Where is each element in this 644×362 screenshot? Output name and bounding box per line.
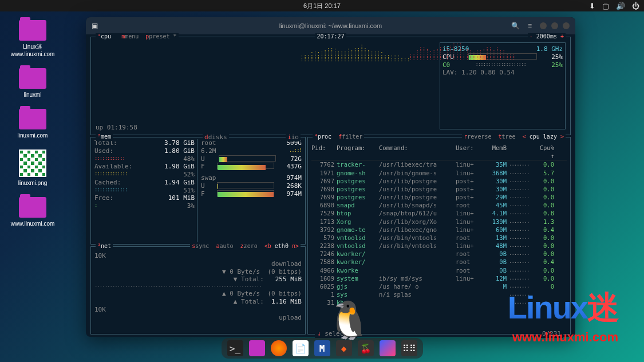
- proc-row[interactable]: 7699postgres/usr/lib/postgrepost+29M....…: [311, 193, 567, 201]
- proc-row[interactable]: 7697postgres/usr/lib/postgrepost+30M....…: [311, 177, 567, 185]
- proc-row[interactable]: 1713Xorg/usr/lib/xorg/Xolinu+139M.......…: [311, 218, 567, 226]
- cpu-box: ¹cpu mmenu ppreset * 20:17:27 - 2000ms +…: [90, 37, 571, 135]
- desktop-folder[interactable]: linuxmi.com: [7, 109, 58, 139]
- sort-right[interactable]: >: [560, 133, 564, 140]
- net-box: ³net ssync aauto zzero <b eth0 n> 10K do…: [90, 246, 306, 335]
- desktop-folder[interactable]: www.linuxmi.com: [7, 197, 58, 227]
- firefox-icon[interactable]: [271, 340, 287, 356]
- window-min-icon[interactable]: [540, 22, 547, 29]
- terminal-titlebar[interactable]: ▣ linuxmi@linuxmi: ~/www.linuxmi.com 🔍 ≡: [86, 17, 575, 34]
- proc-row[interactable]: 579vmtoolsd/usr/bin/vmtoolsroot13M......…: [311, 234, 567, 242]
- menu-icon[interactable]: ≡: [528, 22, 532, 30]
- terminal-title: linuxmi@linuxmi: ~/www.linuxmi.com: [279, 22, 382, 29]
- proc-row[interactable]: 1609system ib/sy md/syslinu+12M........0…: [311, 274, 567, 282]
- desktop-file-qr[interactable]: linuxmi.png: [7, 149, 58, 187]
- metasploit-icon[interactable]: M: [314, 340, 330, 356]
- terminal-window[interactable]: ▣ linuxmi@linuxmi: ~/www.linuxmi.com 🔍 ≡…: [86, 17, 575, 337]
- watermark: Linux迷 www.linuxmi.com: [508, 286, 618, 345]
- window-close-icon[interactable]: [563, 22, 570, 29]
- cherrytree-icon[interactable]: 🍒: [358, 340, 374, 356]
- gnome-topbar[interactable]: 6月1日 20:17 ⬇ ▢ 🔊 ⏻: [0, 0, 644, 11]
- proc-row[interactable]: 1971gnome-sh/usr/bin/gnome-slinu+368M...…: [311, 169, 567, 177]
- proc-row[interactable]: 7246kworker/root0B........0.0: [311, 250, 567, 258]
- proc-row[interactable]: 7762tracker-/usr/libexec/tralinu+35M....…: [311, 160, 567, 168]
- search-icon[interactable]: 🔍: [511, 22, 520, 30]
- minimize-icon[interactable]: ▢: [602, 2, 609, 10]
- proc-row[interactable]: 6890snapd/usr/lib/snapd/sroot45M........…: [311, 201, 567, 209]
- burp-icon[interactable]: ◆: [336, 340, 352, 356]
- rate-minus[interactable]: -: [530, 33, 533, 40]
- tux-logo: 🐧: [326, 299, 372, 342]
- proc-row[interactable]: 2238vmtoolsd/usr/bin/vmtoolslinu+48M....…: [311, 242, 567, 250]
- volume-icon[interactable]: 🔊: [616, 2, 625, 10]
- proc-row[interactable]: 3792gnome-te/usr/libexec/gnolinu+60M....…: [311, 226, 567, 234]
- dock[interactable]: >_ 📄 M ◆ 🍒 ⠿⠿: [222, 338, 423, 359]
- power-icon[interactable]: ⏻: [632, 2, 639, 10]
- screenshot-icon[interactable]: [380, 340, 396, 356]
- files-app-icon[interactable]: [249, 340, 265, 356]
- network-icon[interactable]: ⬇: [589, 2, 595, 10]
- desktop-folder[interactable]: Linux迷 www.linuxmi.com: [7, 20, 58, 58]
- text-editor-icon[interactable]: 📄: [293, 340, 309, 356]
- terminal-app-icon[interactable]: >_: [227, 340, 243, 356]
- desktop-folder[interactable]: linuxmi: [7, 68, 58, 99]
- uptime: up 01:19:58: [96, 124, 137, 132]
- clock[interactable]: 6月1日 20:17: [303, 2, 341, 10]
- btop-tui[interactable]: ¹cpu mmenu ppreset * 20:17:27 - 2000ms +…: [86, 34, 575, 337]
- rate-plus[interactable]: +: [560, 33, 564, 40]
- window-max-icon[interactable]: [551, 22, 558, 29]
- mem-box: ²mem Total:3.78 GiB Used:1.80 GiB ::::::…: [90, 137, 306, 245]
- terminal-menu-icon[interactable]: ▣: [92, 22, 98, 30]
- sort-left[interactable]: <: [523, 133, 526, 140]
- proc-row[interactable]: 7588kworker/root0B........0.4: [311, 258, 567, 266]
- load-average: LAV: 1.20 0.80 0.54: [442, 69, 563, 77]
- proc-row[interactable]: 7529btop/snap/btop/612/ulinu+4.1M.......…: [311, 209, 567, 217]
- desktop-icons: Linux迷 www.linuxmi.com linuxmi linuxmi.c…: [7, 20, 58, 238]
- apps-grid-icon[interactable]: ⠿⠿: [401, 340, 417, 356]
- proc-row[interactable]: 4966kworkeroot0B........0.0: [311, 266, 567, 274]
- proc-row[interactable]: 7698postgres/usr/lib/postgrepost+30M....…: [311, 185, 567, 193]
